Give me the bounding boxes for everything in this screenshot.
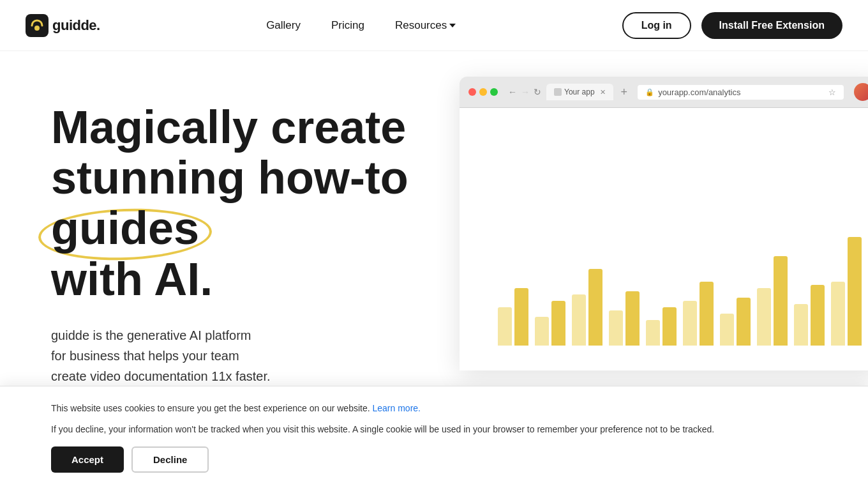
chart-bar-dark <box>774 256 788 346</box>
cookie-text-line2: If you decline, your information won't b… <box>51 423 817 436</box>
window-maximize-dot[interactable] <box>490 88 498 96</box>
chart-bar-light <box>683 301 697 346</box>
chart-bar-dark <box>700 282 714 346</box>
chart-bar-light <box>572 294 586 346</box>
browser-nav-controls: ← → ↻ <box>508 87 541 97</box>
chart-bar-dark <box>551 301 565 346</box>
hero-title-highlight: stunning how-to guides <box>51 152 408 254</box>
browser-chrome: ← → ↻ Your app ✕ + 🔒 yourapp.com/analyti… <box>460 77 868 108</box>
chart-bar-group <box>498 288 528 346</box>
browser-mockup: ← → ↻ Your app ✕ + 🔒 yourapp.com/analyti… <box>460 77 868 370</box>
chart-bar-group <box>535 301 565 346</box>
nav-gallery[interactable]: Gallery <box>266 19 301 31</box>
lock-icon: 🔒 <box>645 88 654 96</box>
cookie-learn-more-link[interactable]: Learn more. <box>373 403 421 413</box>
chart-bar-group <box>757 256 788 346</box>
chart-bar-light <box>831 282 845 346</box>
star-icon[interactable]: ☆ <box>828 88 836 97</box>
hero-title-part3: with AI. <box>51 254 213 305</box>
nav-actions: Log in Install Free Extension <box>622 12 842 39</box>
cookie-actions: Accept Decline <box>51 446 817 473</box>
hero-title-part1: Magically create <box>51 102 406 153</box>
chart-bar-light <box>609 310 623 346</box>
bar-chart <box>472 167 868 358</box>
chart-bar-group <box>609 291 640 346</box>
chart-bar-group <box>683 282 714 346</box>
forward-icon[interactable]: → <box>521 87 530 97</box>
chart-bar-group <box>831 237 862 346</box>
chevron-down-icon <box>449 24 456 27</box>
tab-close-icon[interactable]: ✕ <box>600 88 606 96</box>
chart-bar-light <box>794 304 808 346</box>
back-icon[interactable]: ← <box>508 87 517 97</box>
cookie-text-line1: This website uses cookies to ensure you … <box>51 402 817 415</box>
hero-subtitle-text: guidde is the generative AI platformfor … <box>51 328 271 383</box>
login-button[interactable]: Log in <box>622 12 691 39</box>
chart-bar-dark <box>811 285 825 346</box>
svg-rect-2 <box>554 88 562 96</box>
chart-bar-light <box>498 307 512 346</box>
tab-favicon <box>554 88 562 96</box>
chart-bar-dark <box>625 291 640 346</box>
nav-resources[interactable]: Resources <box>395 19 456 32</box>
browser-window-controls <box>468 88 498 96</box>
decline-button[interactable]: Decline <box>131 446 209 473</box>
svg-point-1 <box>34 26 40 31</box>
new-tab-icon[interactable]: + <box>621 86 628 99</box>
accept-button[interactable]: Accept <box>51 446 124 473</box>
hero-title: Magically create stunning how-to guides … <box>51 102 447 305</box>
browser-address-bar[interactable]: 🔒 yourapp.com/analytics ☆ <box>638 85 844 100</box>
chart-bar-light <box>535 317 549 346</box>
navbar: guidde. Gallery Pricing Resources Log in… <box>0 0 868 51</box>
refresh-icon[interactable]: ↻ <box>534 87 541 97</box>
hero-title-highlight-wrapper: stunning how-to guides <box>51 152 408 254</box>
chart-bar-group <box>572 269 602 346</box>
chart-bar-dark <box>848 237 862 346</box>
install-extension-button[interactable]: Install Free Extension <box>701 12 842 39</box>
chart-bar-dark <box>737 298 751 346</box>
browser-tab[interactable]: Your app ✕ <box>546 84 613 100</box>
logo-text: guidde. <box>52 17 100 34</box>
chart-bar-light <box>646 320 660 346</box>
user-avatar[interactable] <box>854 83 868 101</box>
browser-content <box>460 108 868 370</box>
chart-bar-group <box>646 307 677 346</box>
chart-bar-dark <box>662 307 677 346</box>
chart-bar-light <box>757 288 771 346</box>
chart-bar-dark <box>588 269 602 346</box>
chart-bar-group <box>720 298 751 346</box>
hero-subtitle: guidde is the generative AI platformfor … <box>51 325 370 386</box>
cookie-banner: This website uses cookies to ensure you … <box>0 386 868 488</box>
logo[interactable]: guidde. <box>26 14 100 37</box>
address-text: yourapp.com/analytics <box>658 88 825 97</box>
browser-tab-label: Your app <box>564 88 595 96</box>
chart-bar-light <box>720 314 734 346</box>
window-close-dot[interactable] <box>468 88 476 96</box>
chart-bar-dark <box>514 288 528 346</box>
chart-bar-group <box>794 285 825 346</box>
nav-pricing[interactable]: Pricing <box>331 19 364 31</box>
nav-links: Gallery Pricing Resources <box>266 19 456 32</box>
window-minimize-dot[interactable] <box>479 88 487 96</box>
